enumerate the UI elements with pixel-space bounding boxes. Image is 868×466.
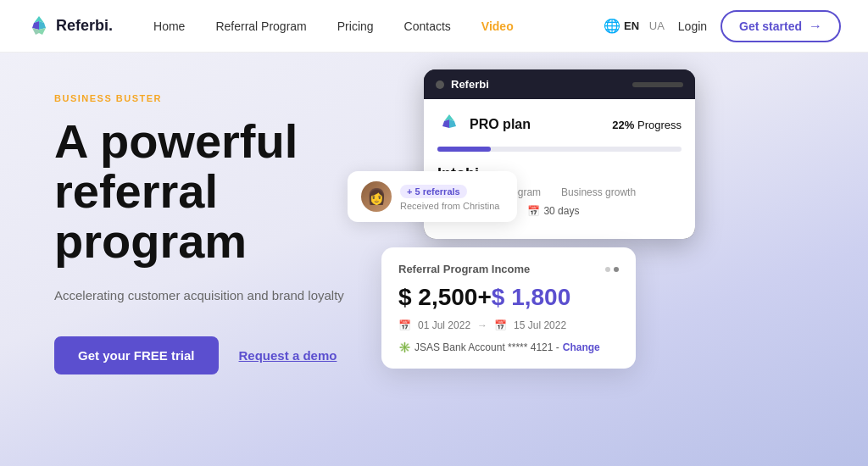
nav-contacts[interactable]: Contacts [404,19,451,33]
small-referral-card: 👩 + 5 referrals Received from Christina [348,171,517,222]
svg-marker-6 [442,119,449,128]
referral-card-title: Referral Program Income [398,263,619,275]
browser-dot [436,80,444,89]
hero-section: BUSINESS BUSTER A powerful referral prog… [0,53,868,466]
referbi-mini-icon [437,113,461,136]
referral-income-card: Referral Program Income $ 2,500+$ 1,800 … [381,247,636,369]
browser-line [632,82,683,87]
dates-arrow-icon: → [477,319,487,331]
nav-video[interactable]: Video [481,19,514,33]
hero-left: BUSINESS BUSTER A powerful referral prog… [0,53,373,466]
progress-bar-track [437,147,682,152]
lang-selector[interactable]: 🌐 EN UA [604,18,665,34]
login-link[interactable]: Login [678,19,707,33]
lang-en[interactable]: EN [624,19,639,32]
nav-referral-program[interactable]: Referral Program [215,19,306,33]
get-started-button[interactable]: Get started → [721,10,841,42]
trial-button[interactable]: Get your FREE trial [54,336,219,374]
referral-info: + 5 referrals Received from Christina [400,183,499,211]
hero-title: A powerful referral program [54,117,346,266]
globe-icon: 🌐 [604,18,620,34]
arrow-icon: → [809,19,822,34]
pro-plan-progress-text: 22% Progress [612,119,682,131]
pro-plan-label: PRO plan [470,117,531,132]
hero-subtitle: Accelerating customer acquisition and br… [54,286,346,306]
referral-badge: + 5 referrals [400,185,467,198]
referral-bank: ✳️ JSAS Bank Account ***** 4121 - Change [398,341,619,353]
hero-right: Referbi PRO plan 22% [373,53,868,466]
nav-pricing[interactable]: Pricing [337,19,374,33]
nav-right: 🌐 EN UA Login Get started → [604,10,841,42]
days-stat: 📅 30 days [527,205,579,217]
avatar: 👩 [361,181,392,212]
nav-home[interactable]: Home [153,19,185,33]
referral-from: Received from Christina [400,201,499,211]
referral-dots [605,267,619,272]
logo-text: Referbi. [56,17,113,35]
logo-icon [27,14,51,38]
pro-plan-left: PRO plan [437,113,531,136]
lang-ua[interactable]: UA [649,19,665,32]
change-link[interactable]: Change [563,341,600,353]
tag-label: BUSINESS BUSTER [54,93,346,103]
browser-title: Referbi [436,78,489,91]
svg-marker-7 [449,119,456,128]
hero-buttons: Get your FREE trial Request a demo [54,336,346,374]
nav-links: Home Referral Program Pricing Contacts V… [153,19,604,33]
browser-bar: Referbi [424,69,695,99]
referral-amount: $ 2,500+$ 1,800 [398,284,619,311]
progress-bar-fill [437,147,491,152]
referral-dates: 📅 01 Jul 2022 → 📅 15 Jul 2022 [398,319,619,331]
demo-link[interactable]: Request a demo [239,348,337,363]
pro-plan-row: PRO plan 22% Progress [437,113,682,136]
logo[interactable]: Referbi. [27,14,113,38]
navigation: Referbi. Home Referral Program Pricing C… [0,0,868,53]
